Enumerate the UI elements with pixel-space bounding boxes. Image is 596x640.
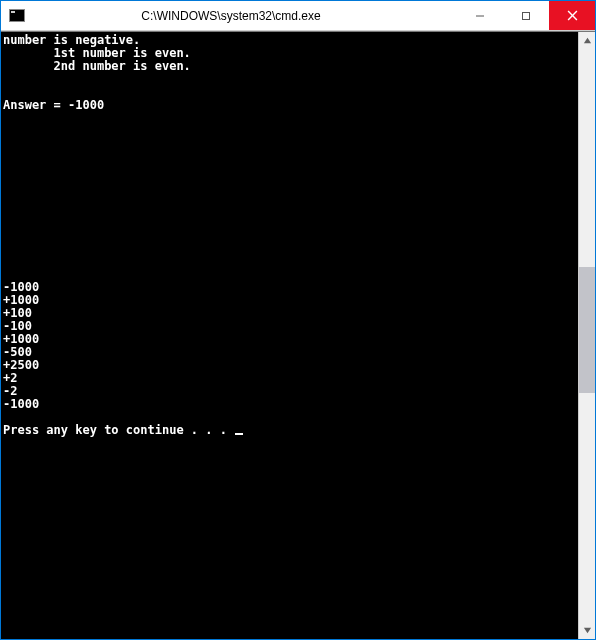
cursor bbox=[235, 433, 243, 435]
window-controls bbox=[457, 1, 595, 30]
cmd-icon bbox=[9, 9, 25, 22]
close-button[interactable] bbox=[549, 1, 595, 30]
scroll-thumb[interactable] bbox=[579, 267, 595, 393]
scroll-up-button[interactable] bbox=[579, 32, 595, 49]
scroll-down-button[interactable] bbox=[579, 622, 595, 639]
scrollbar[interactable] bbox=[578, 32, 595, 639]
maximize-button[interactable] bbox=[503, 1, 549, 30]
minimize-button[interactable] bbox=[457, 1, 503, 30]
cmd-window: C:\WINDOWS\system32\cmd.exe number is ne… bbox=[1, 1, 595, 639]
console-area: number is negative. 1st number is even. … bbox=[1, 31, 595, 639]
svg-rect-1 bbox=[523, 12, 530, 19]
svg-marker-4 bbox=[583, 38, 590, 43]
titlebar[interactable]: C:\WINDOWS\system32\cmd.exe bbox=[1, 1, 595, 31]
scroll-track[interactable] bbox=[579, 49, 595, 622]
svg-marker-5 bbox=[583, 628, 590, 633]
console-output[interactable]: number is negative. 1st number is even. … bbox=[1, 32, 578, 639]
window-title: C:\WINDOWS\system32\cmd.exe bbox=[25, 9, 457, 23]
